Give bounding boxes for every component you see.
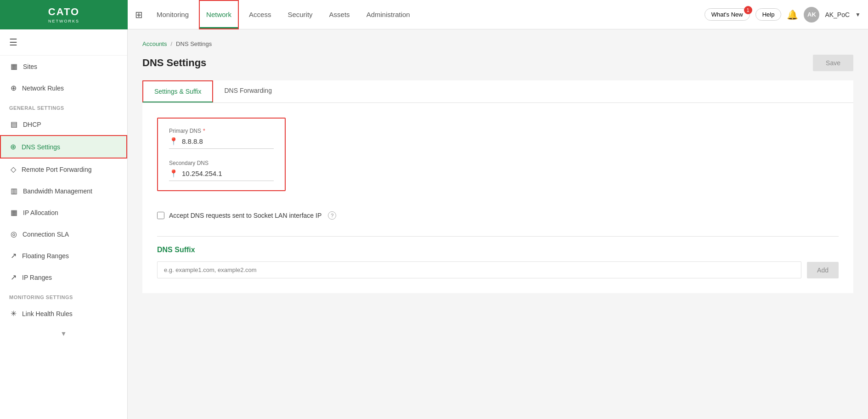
tab-bar: Settings & Suffix DNS Forwarding (142, 80, 853, 103)
settings-content: Primary DNS * 📍 Secondary DNS 📍 (142, 103, 853, 293)
suffix-input-row: Add (157, 261, 839, 278)
save-button[interactable]: Save (813, 55, 853, 71)
primary-dns-input-row: 📍 (169, 137, 274, 149)
sidebar-item-ip-ranges[interactable]: ↗ IP Ranges (0, 266, 127, 288)
nav-security[interactable]: Security (281, 0, 319, 29)
sidebar-item-remote-port-forwarding[interactable]: ◇ Remote Port Forwarding (0, 159, 127, 180)
breadcrumb-accounts-link[interactable]: Accounts (142, 40, 167, 47)
sidebar-item-dhcp[interactable]: ▤ DHCP (0, 113, 127, 135)
nav-administration[interactable]: Administration (360, 0, 417, 29)
suffix-input[interactable] (157, 261, 801, 278)
help-button[interactable]: Help (755, 8, 782, 21)
tab-settings-suffix[interactable]: Settings & Suffix (142, 80, 213, 102)
sidebar-scroll-down[interactable]: ▼ (0, 324, 127, 343)
main-content: Accounts / DNS Settings DNS Settings Sav… (128, 29, 868, 419)
sidebar-item-link-health-rules[interactable]: ✳ Link Health Rules (0, 303, 127, 324)
connection-sla-icon: ◎ (11, 230, 17, 238)
section-divider (157, 236, 839, 237)
logo-area: CATO NETWORKS (0, 0, 128, 29)
breadcrumb: Accounts / DNS Settings (142, 40, 853, 47)
help-circle-icon[interactable]: ? (328, 211, 336, 220)
sidebar-item-dns-settings[interactable]: ⊕ DNS Settings (0, 135, 127, 159)
primary-dns-field: Primary DNS * 📍 (169, 128, 274, 149)
tab-dns-forwarding[interactable]: DNS Forwarding (213, 80, 282, 102)
floating-ranges-icon: ↗ (11, 251, 17, 260)
secondary-pin-icon: 📍 (169, 169, 178, 178)
dropdown-arrow-icon[interactable]: ▼ (855, 11, 861, 18)
sidebar: ☰ ▦ Sites ⊕ Network Rules GENERAL SETTIN… (0, 29, 128, 419)
dns-fields-box: Primary DNS * 📍 Secondary DNS 📍 (157, 118, 286, 191)
username: AK_PoC (825, 11, 850, 18)
dns-suffix-title: DNS Suffix (157, 246, 839, 254)
secondary-dns-field: Secondary DNS 📍 (169, 160, 274, 181)
sidebar-item-connection-sla[interactable]: ◎ Connection SLA (0, 223, 127, 245)
nav-network[interactable]: Network (199, 0, 239, 29)
main-layout: ☰ ▦ Sites ⊕ Network Rules GENERAL SETTIN… (0, 29, 868, 419)
logo-name: CATO (48, 6, 79, 18)
nav-access[interactable]: Access (242, 0, 277, 29)
accept-dns-checkbox[interactable] (157, 212, 164, 219)
primary-dns-input[interactable] (182, 137, 255, 145)
primary-dns-label: Primary DNS * (169, 128, 274, 134)
sidebar-item-bandwidth-management[interactable]: ▥ Bandwidth Management (0, 180, 127, 202)
whats-new-button[interactable]: What's New 1 (705, 8, 750, 21)
accept-dns-checkbox-row: Accept DNS requests sent to Socket LAN i… (157, 204, 839, 227)
sidebar-item-network-rules[interactable]: ⊕ Network Rules (0, 77, 127, 99)
bandwidth-icon: ▥ (11, 187, 17, 195)
sites-icon: ▦ (11, 62, 17, 71)
primary-dns-required: * (203, 128, 205, 134)
main-nav: Monitoring Network Access Security Asset… (150, 0, 705, 29)
remote-port-icon: ◇ (11, 165, 16, 174)
sidebar-item-sites[interactable]: ▦ Sites (0, 56, 127, 77)
primary-pin-icon: 📍 (169, 137, 178, 146)
breadcrumb-current: DNS Settings (176, 40, 212, 47)
ip-allocation-icon: ▦ (11, 208, 17, 217)
nav-right: What's New 1 Help 🔔 AK AK_PoC ▼ (705, 7, 861, 23)
nav-monitoring[interactable]: Monitoring (150, 0, 195, 29)
breadcrumb-separator: / (170, 40, 172, 47)
secondary-dns-input[interactable] (182, 170, 255, 177)
logo-sub: NETWORKS (48, 19, 79, 23)
sidebar-item-ip-allocation[interactable]: ▦ IP Allocation (0, 202, 127, 223)
monitoring-settings-label: MONITORING SETTINGS (0, 288, 127, 303)
top-navigation: CATO NETWORKS ⊞ Monitoring Network Acces… (0, 0, 868, 29)
page-header: DNS Settings Save (142, 55, 853, 71)
accept-dns-label: Accept DNS requests sent to Socket LAN i… (169, 212, 321, 219)
link-health-icon: ✳ (11, 309, 17, 318)
sidebar-item-floating-ranges[interactable]: ↗ Floating Ranges (0, 245, 127, 266)
ip-ranges-icon: ↗ (11, 273, 17, 282)
network-rules-icon: ⊕ (11, 84, 17, 92)
general-settings-label: GENERAL SETTINGS (0, 99, 127, 113)
secondary-dns-label: Secondary DNS (169, 160, 274, 166)
secondary-dns-input-row: 📍 (169, 169, 274, 181)
dhcp-icon: ▤ (11, 120, 17, 129)
nav-assets[interactable]: Assets (323, 0, 356, 29)
bell-icon[interactable]: 🔔 (787, 9, 798, 20)
dns-settings-icon: ⊕ (10, 142, 16, 151)
grid-icon[interactable]: ⊞ (135, 9, 143, 20)
sidebar-hamburger-icon[interactable]: ☰ (0, 29, 127, 56)
avatar[interactable]: AK (804, 7, 819, 23)
whats-new-badge: 1 (744, 6, 752, 14)
add-suffix-button[interactable]: Add (807, 262, 839, 278)
page-title: DNS Settings (142, 57, 206, 69)
